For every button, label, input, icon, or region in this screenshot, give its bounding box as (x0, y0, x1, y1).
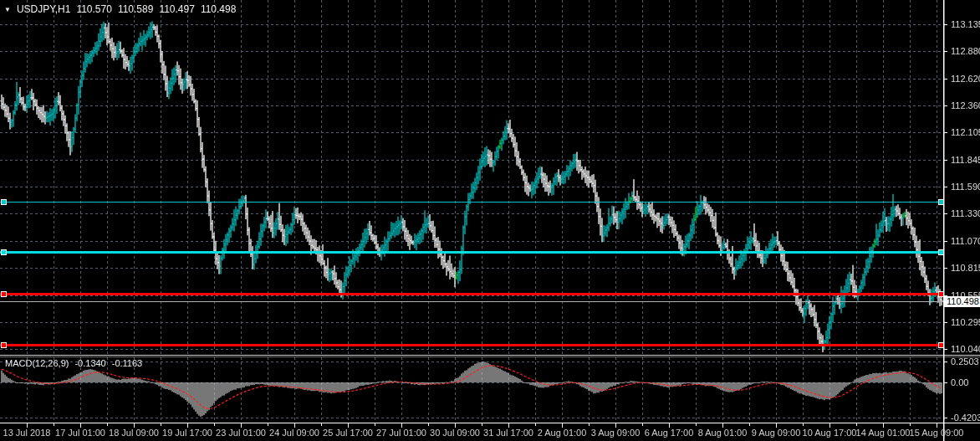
price-tick-label: 111.330 (951, 208, 980, 218)
time-tick-label: 18 Jul 09:00 (109, 428, 159, 438)
time-tick-label: 3 Aug 09:00 (591, 428, 641, 438)
price-tick-label: 112.105 (951, 127, 980, 137)
macd-indicator-label: MACD(12,26,9) -0.1340 -0.1163 (5, 358, 142, 368)
ohlc-high-value: 110.589 (118, 3, 154, 15)
macd-main-value: -0.1340 (74, 358, 105, 368)
time-tick-label: 10 Aug 17:00 (803, 428, 857, 438)
time-tick-label: 19 Jul 17:00 (162, 428, 212, 438)
price-tick-label: 111.070 (951, 236, 980, 246)
time-tick-label: 27 Jul 01:00 (376, 428, 426, 438)
price-tick-label: 112.880 (951, 46, 980, 56)
time-tick-label: 17 Jul 01:00 (55, 428, 105, 438)
time-tick-label: 14 Aug 01:00 (856, 428, 911, 438)
time-tick-label: 2 Aug 01:00 (538, 428, 587, 438)
ohlc-close-value: 110.498 (201, 3, 237, 15)
price-tick-label: 112.620 (951, 74, 980, 84)
ohlc-open-value: 110.570 (76, 3, 112, 15)
macd-signal-value: -0.1163 (112, 358, 143, 368)
time-tick-label: 25 Jul 17:00 (323, 428, 373, 438)
time-tick-label: 31 Jul 17:00 (483, 428, 533, 438)
price-tick-label: 111.845 (951, 155, 980, 165)
price-tick-label: 110.815 (951, 263, 980, 273)
macd-tick-label: 0.00 (951, 377, 968, 387)
time-tick-label: 8 Aug 01:00 (698, 428, 748, 438)
chart-canvas[interactable] (0, 0, 980, 441)
current-price-tag: 110.498 (944, 296, 980, 307)
mt4-chart-window: ▼ USDJPY,H1 110.570 110.589 110.497 110.… (0, 0, 980, 441)
macd-name-label: MACD(12,26,9) (5, 358, 69, 368)
symbol-dropdown-icon[interactable]: ▼ (4, 6, 11, 13)
chart-title-bar: ▼ USDJPY,H1 110.570 110.589 110.497 110.… (4, 3, 236, 15)
price-tick-label: 110.295 (951, 317, 980, 327)
time-tick-label: 15 Aug 09:00 (910, 428, 964, 438)
time-tick-label: 9 Aug 09:00 (752, 428, 801, 438)
symbol-timeframe-label: USDJPY,H1 (17, 3, 70, 15)
price-tick-label: 113.135 (951, 19, 980, 29)
price-tick-label: 111.590 (951, 182, 980, 192)
time-tick-label: 30 Jul 09:00 (430, 428, 480, 438)
time-tick-label: 13 Jul 2018 (3, 428, 51, 438)
price-tick-label: 110.040 (951, 344, 980, 354)
time-tick-label: 6 Aug 17:00 (645, 428, 694, 438)
macd-tick-label: 0.2503 (951, 356, 979, 367)
time-tick-label: 24 Jul 09:00 (269, 428, 319, 438)
ohlc-low-value: 110.497 (159, 3, 195, 15)
time-tick-label: 23 Jul 01:00 (216, 428, 266, 438)
macd-tick-label: -0.4203 (951, 413, 980, 423)
price-tick-label: 112.360 (951, 100, 980, 110)
